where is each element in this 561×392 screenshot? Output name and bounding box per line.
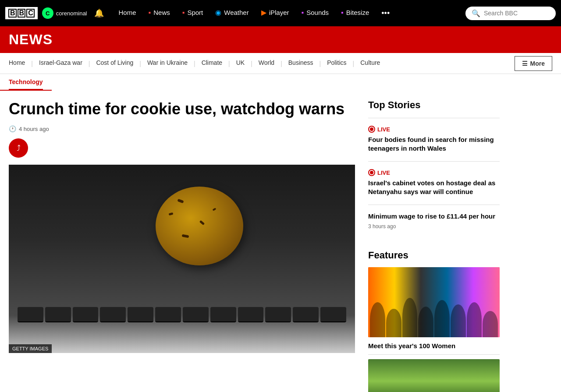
username: corenominal	[56, 10, 87, 17]
live-label-1: LIVE	[377, 126, 390, 133]
subnav-politics[interactable]: Politics	[322, 53, 352, 74]
bbc-logo[interactable]: BBC	[5, 7, 38, 19]
news-label: News	[153, 9, 170, 16]
image-caption: GETTY IMAGES	[9, 344, 52, 353]
nav-link-sounds[interactable]: ▪ Sounds	[295, 0, 335, 26]
home-label: Home	[119, 9, 136, 16]
live-label-2: LIVE	[377, 170, 390, 176]
live-dot-2	[368, 169, 375, 176]
weather-icon: ◉	[215, 8, 221, 17]
silhouette	[370, 302, 385, 337]
nav-link-weather[interactable]: ◉ Weather	[209, 0, 255, 26]
subnav-world[interactable]: World	[253, 53, 280, 74]
search-box[interactable]: 🔍	[465, 7, 556, 20]
news-title: NEWS	[9, 32, 552, 48]
top-nav: BBC C corenominal 🔔 Home ▪ News ▪ Sport …	[0, 0, 561, 26]
clock-icon: 🕐	[9, 125, 16, 132]
sidebar: Top Stories LIVE Four bodies found in se…	[368, 99, 500, 392]
nav-link-sport[interactable]: ▪ Sport	[176, 0, 209, 26]
keyboard-key	[183, 307, 209, 322]
subnav-cost-of-living[interactable]: Cost of Living	[91, 53, 138, 74]
live-badge-2: LIVE	[368, 169, 390, 176]
features-section: Features Meet this yea	[368, 250, 500, 392]
keyboard-key	[128, 307, 153, 322]
user-avatar: C	[42, 7, 53, 19]
notification-bell-icon[interactable]: 🔔	[94, 8, 104, 18]
keyboard-key	[45, 307, 71, 322]
cookie-visual	[156, 187, 243, 265]
bitesize-label: Bitesize	[346, 9, 369, 16]
hamburger-icon: ☰	[522, 60, 528, 67]
story-card-3[interactable]: Minimum wage to rise to £11.44 per hour …	[368, 205, 500, 237]
share-button[interactable]: ⤴	[9, 138, 28, 158]
subnav-home[interactable]: Home	[9, 53, 30, 74]
keyboard-key	[320, 307, 346, 322]
story-title-3: Minimum wage to rise to £11.44 per hour	[368, 212, 500, 221]
silhouette	[483, 311, 498, 337]
keyboard-key	[155, 307, 181, 322]
live-badge-1: LIVE	[368, 126, 390, 133]
bitesize-icon: ▪	[341, 9, 344, 17]
sport-icon: ▪	[182, 9, 185, 17]
live-dot-1	[368, 126, 375, 133]
nav-link-news[interactable]: ▪ News	[142, 0, 176, 26]
feature-title-1: Meet this year's 100 Women	[368, 342, 500, 350]
sub-nav: Home | Israel-Gaza war | Cost of Living …	[0, 53, 561, 74]
feature-card-2[interactable]	[368, 354, 500, 392]
nav-link-home[interactable]: Home	[113, 0, 142, 26]
top-stories-title: Top Stories	[368, 99, 500, 111]
silhouette	[434, 300, 450, 337]
user-badge[interactable]: C corenominal	[42, 7, 87, 19]
keyboard-key	[210, 307, 236, 322]
main-nav-links: Home ▪ News ▪ Sport ◉ Weather ▶ iPlayer …	[113, 0, 465, 26]
subnav-uk[interactable]: UK	[231, 53, 250, 74]
main-content: Crunch time for cookie use, watchdog war…	[0, 91, 561, 392]
more-dots-button[interactable]: •••	[375, 9, 396, 18]
story-card-1[interactable]: LIVE Four bodies found in search for mis…	[368, 118, 500, 161]
sounds-icon: ▪	[302, 9, 304, 17]
subnav-war-ukraine[interactable]: War in Ukraine	[142, 53, 193, 74]
subnav-climate[interactable]: Climate	[196, 53, 227, 74]
subnav-culture[interactable]: Culture	[355, 53, 385, 74]
article: Crunch time for cookie use, watchdog war…	[9, 99, 368, 392]
silhouette	[451, 304, 466, 337]
keyboard-key	[18, 307, 43, 322]
news-icon: ▪	[149, 9, 151, 17]
time-label: 4 hours ago	[19, 126, 49, 132]
technology-link[interactable]: Technology	[9, 78, 43, 90]
keyboard-key	[293, 307, 319, 322]
nav-link-bitesize[interactable]: ▪ Bitesize	[335, 0, 375, 26]
silhouette	[418, 307, 433, 337]
subnav-business[interactable]: Business	[283, 53, 319, 74]
story-title-2: Israel's cabinet votes on hostage deal a…	[368, 179, 500, 196]
silhouette	[467, 302, 482, 337]
cookie-chip-3	[199, 220, 205, 226]
feature-image-1	[368, 267, 500, 337]
keyboard-key	[73, 307, 99, 322]
news-header: NEWS	[0, 26, 561, 53]
top-stories-section: Top Stories LIVE Four bodies found in se…	[368, 99, 500, 237]
article-time: 🕐 4 hours ago	[9, 125, 355, 132]
sounds-label: Sounds	[306, 9, 329, 16]
sport-label: Sport	[187, 9, 203, 16]
keyboard-key	[265, 307, 291, 322]
search-input[interactable]	[484, 10, 550, 17]
section-nav: Technology	[0, 74, 52, 91]
weather-label: Weather	[224, 9, 249, 16]
feature-card-1[interactable]: Meet this year's 100 Women	[368, 267, 500, 350]
more-button[interactable]: ☰ More	[515, 56, 552, 71]
cookie-chip-4	[213, 208, 217, 211]
silhouette	[386, 309, 401, 337]
cookie-chip-5	[182, 234, 189, 238]
nav-link-iplayer[interactable]: ▶ iPlayer	[255, 0, 295, 26]
subnav-israel-gaza[interactable]: Israel-Gaza war	[34, 53, 88, 74]
cookie-chip-1	[177, 199, 184, 203]
story-title-1: Four bodies found in search for missing …	[368, 135, 500, 152]
keyboard-keys	[9, 302, 355, 327]
article-image: GETTY IMAGES	[9, 165, 355, 353]
feature-image-2	[368, 359, 500, 392]
more-label: More	[530, 60, 545, 67]
story-card-2[interactable]: LIVE Israel's cabinet votes on hostage d…	[368, 161, 500, 205]
article-image-wrapper: GETTY IMAGES	[9, 165, 355, 353]
keyboard-key	[238, 307, 264, 322]
